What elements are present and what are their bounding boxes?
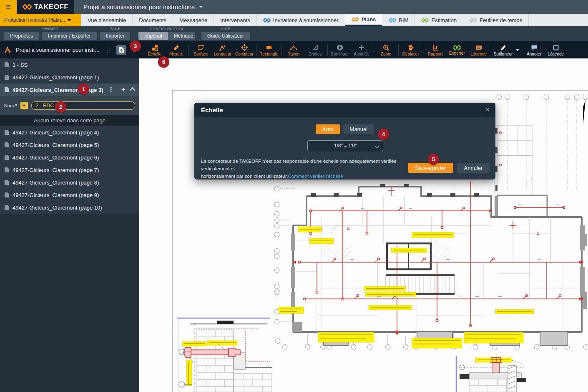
row-collapse-icon[interactable] (130, 87, 136, 93)
tab-invitations[interactable]: Invitations à soumissionner (257, 14, 345, 26)
step-badge-4: 4 (378, 129, 389, 140)
scale-dialog: Échelle × Auto Manuel 1/8" = 1'0" Le con… (194, 103, 495, 180)
diamonds-icon (470, 18, 477, 23)
scale-select[interactable]: 1/8" = 1'0" (307, 140, 383, 151)
tool-droites[interactable]: Droites (304, 44, 326, 56)
brand-name: TAKEOFF (34, 3, 69, 11)
tab-documents[interactable]: Documents (133, 14, 173, 26)
tool-zoom[interactable]: Zoom (375, 44, 397, 56)
tool-legende-2[interactable]: Légende (545, 44, 567, 56)
document-icon (4, 192, 9, 198)
tab-vue-densemble[interactable]: Vue d'ensemble (81, 14, 133, 26)
tool-label: Surligneur (494, 52, 513, 56)
tool-rectangle[interactable]: Rectangle (258, 44, 280, 56)
tool-compteur[interactable]: Compteur (234, 44, 255, 56)
tool-deplacer[interactable]: Déplacer (400, 44, 422, 56)
group-title: PAGE (100, 27, 130, 31)
tool-annoter[interactable]: Annoter (523, 44, 545, 56)
units-toggle: Impérial Métrique (138, 32, 195, 40)
tool-label: Rectangle (259, 52, 278, 56)
chevron-down-icon (199, 6, 203, 8)
tool-rayon[interactable]: Rayon (283, 44, 304, 56)
tab-feuilles-de-temps[interactable]: Feuilles de temps (463, 14, 529, 26)
length-icon (219, 44, 226, 51)
app-logo: TAKEOFF (17, 0, 74, 14)
importer-button[interactable]: Importer (100, 32, 131, 40)
tool-label: Longueur (214, 52, 231, 56)
tab-intervenants[interactable]: Intervenants (214, 14, 257, 26)
legend-icon (475, 44, 482, 51)
page-row[interactable]: 49427-Gicleurs_Claremont (page 6) (0, 151, 139, 164)
document-icon (4, 74, 9, 80)
document-icon (4, 87, 9, 93)
row-add-icon[interactable]: + (121, 86, 125, 94)
company-tab[interactable]: Protection Incendie Platin... (0, 14, 81, 26)
add-document-button[interactable] (116, 45, 126, 55)
tool-mesure[interactable]: Mesure (166, 44, 187, 56)
page-row[interactable]: 49427-Gicleurs_Claremont (page 4) (0, 126, 139, 139)
page-row[interactable]: 49427-Gicleurs_Claremont (page 10) (0, 201, 139, 214)
zoom-icon (382, 44, 390, 51)
tool-echelle[interactable]: Échelle (144, 44, 166, 56)
project-selector[interactable]: Projet à soumissionner pour instructions (74, 0, 203, 14)
row-kebab-icon[interactable]: ⋮ (107, 86, 116, 94)
tool-surface[interactable]: Surface (190, 44, 212, 56)
divider (398, 45, 399, 56)
document-icon (4, 142, 9, 148)
tool-surligneur[interactable]: Surligneur (493, 44, 514, 56)
report-icon (432, 44, 439, 51)
tool-rapport[interactable]: Rapport (425, 44, 446, 56)
manual-button[interactable]: Manuel (343, 124, 374, 134)
document-icon (4, 180, 9, 185)
tab-label: BIM (399, 17, 408, 23)
tab-bim[interactable]: BIM (382, 14, 415, 26)
imprimer-exporter-button[interactable]: Imprimer / Exporter (42, 32, 97, 40)
close-icon[interactable]: × (486, 106, 490, 114)
highlighter-dropdown-icon[interactable] (516, 49, 519, 51)
tools-bar: Projet à soumissionner pour instr... ⋮ «… (0, 41, 588, 58)
rectangle-icon (265, 44, 273, 51)
save-button[interactable]: Sauvegarder (408, 163, 453, 173)
page-row[interactable]: 49427-Gicleurs_Claremont (page 8) (0, 176, 139, 189)
document-icon (4, 205, 9, 210)
tool-ajout-o[interactable]: Ajout O. (351, 44, 372, 56)
tab-label: Intervenants (220, 17, 250, 23)
scale-dialog-header: Échelle × (194, 103, 495, 117)
tab-plans[interactable]: Plans (345, 14, 383, 26)
imperial-toggle[interactable]: Impérial (138, 32, 168, 40)
tool-legende[interactable]: Légende (468, 44, 490, 56)
page-row[interactable]: 49427-Gicleurs_Claremont (page 5) (0, 139, 139, 151)
page-row-label: 49427-Gicleurs_Claremont (page 5) (13, 142, 135, 148)
kebab-menu-icon[interactable]: ⋮ (103, 46, 112, 54)
grid-bubbles-left (274, 186, 280, 344)
tool-label: Légende (548, 52, 564, 56)
tab-estimation[interactable]: Estimation (415, 14, 463, 26)
tool-exporter[interactable]: Exporter (446, 45, 468, 56)
auto-button[interactable]: Auto (316, 124, 340, 134)
page-row[interactable]: 1 - SS (0, 58, 139, 71)
ribbon-group-aide: AIDE Guide Utilisateur (203, 27, 249, 40)
tool-continuer[interactable]: Continuer (329, 44, 351, 56)
page-row-selected[interactable]: 49427-Gicleurs_Claremont (page 3) ⋮ + (0, 83, 139, 96)
cancel-button[interactable]: Annuler (457, 163, 490, 173)
verify-scale-link[interactable]: Comment vérifier l'échelle (288, 174, 343, 179)
page-row[interactable]: 49427-Gicleurs_Claremont (page 7) (0, 164, 139, 176)
guide-utilisateur-button[interactable]: Guide Utilisateur (201, 32, 250, 40)
metrique-toggle[interactable]: Métrique (168, 32, 195, 40)
play-circle-icon (336, 44, 344, 51)
step-badge-5: 5 (428, 154, 439, 165)
page-name-input[interactable] (31, 101, 135, 110)
tab-messagerie[interactable]: Messagerie (173, 14, 214, 26)
elevator-core (387, 243, 431, 269)
page-row[interactable]: 49427-Gicleurs_Claremont (page 9) (0, 189, 139, 201)
page-row[interactable]: 49427-Gicleurs_Claremont (page 1) (0, 71, 139, 83)
diamonds-icon (263, 18, 271, 23)
tool-label: Droites (309, 52, 322, 56)
hamburger-menu-icon[interactable]: ≡ (0, 0, 17, 14)
proprietes-button[interactable]: Propriétés (4, 32, 39, 40)
tool-longueur[interactable]: Longueur (212, 44, 234, 56)
tool-label: Exporter (449, 51, 465, 56)
note-add-icon[interactable]: + (20, 102, 28, 109)
page-row-label: 49427-Gicleurs_Claremont (page 8) (13, 180, 135, 186)
page-row-label: 49427-Gicleurs_Claremont (page 3) (13, 87, 103, 93)
